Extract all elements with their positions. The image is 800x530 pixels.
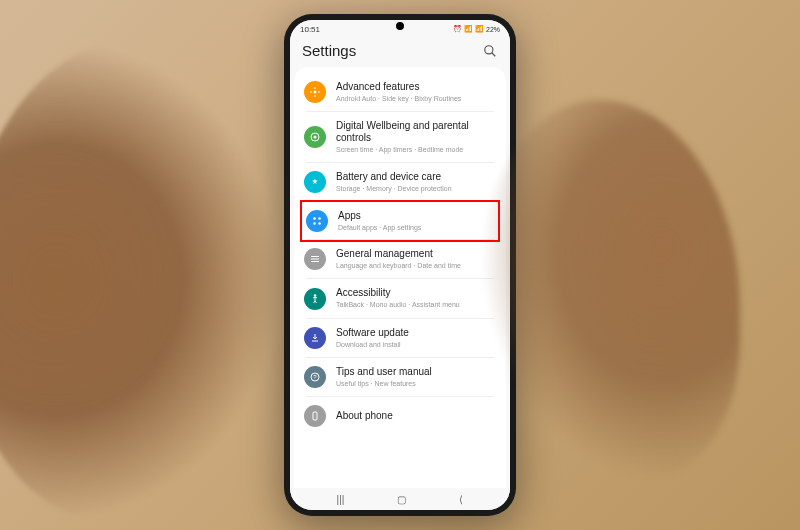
svg-point-5	[313, 217, 316, 220]
item-text: Apps Default apps · App settings	[338, 210, 494, 232]
item-subtitle: Download and install	[336, 340, 496, 349]
search-button[interactable]	[482, 43, 498, 59]
svg-line-1	[492, 52, 496, 56]
apps-icon	[306, 210, 328, 232]
settings-header: Settings	[290, 38, 510, 67]
svg-point-12	[314, 294, 317, 297]
item-text: General management Language and keyboard…	[336, 248, 496, 270]
page-title: Settings	[302, 42, 356, 59]
item-subtitle: Default apps · App settings	[338, 223, 494, 232]
svg-rect-11	[311, 261, 319, 262]
setting-item-digital-wellbeing[interactable]: Digital Wellbeing and parental controls …	[294, 112, 506, 162]
navigation-bar: ||| ▢ ⟨	[290, 488, 510, 510]
item-text: Advanced features Android Auto · Side ke…	[336, 81, 496, 103]
item-subtitle: Language and keyboard · Date and time	[336, 261, 496, 270]
svg-point-0	[485, 45, 493, 53]
item-title: General management	[336, 248, 496, 260]
hand-right	[480, 100, 740, 480]
advanced-features-icon	[304, 81, 326, 103]
settings-list[interactable]: Advanced features Android Auto · Side ke…	[294, 67, 506, 489]
svg-rect-9	[311, 256, 319, 257]
item-title: Tips and user manual	[336, 366, 496, 378]
item-text: Accessibility TalkBack · Mono audio · As…	[336, 287, 496, 309]
digital-wellbeing-icon	[304, 126, 326, 148]
setting-item-advanced-features[interactable]: Advanced features Android Auto · Side ke…	[294, 73, 506, 111]
about-phone-icon	[304, 405, 326, 427]
setting-item-about-phone[interactable]: About phone	[294, 397, 506, 435]
svg-rect-10	[311, 259, 319, 260]
item-title: Digital Wellbeing and parental controls	[336, 120, 496, 144]
item-title: Software update	[336, 327, 496, 339]
battery-level: 22%	[486, 26, 500, 33]
setting-item-battery[interactable]: Battery and device care Storage · Memory…	[294, 163, 506, 201]
nav-back-button[interactable]: ⟨	[459, 494, 463, 505]
search-icon	[483, 44, 497, 58]
phone-frame: 10:51 ⏰ 📶 📶 22% Settings Advanced featur…	[284, 14, 516, 516]
general-management-icon	[304, 248, 326, 270]
software-update-icon	[304, 327, 326, 349]
item-text: Software update Download and install	[336, 327, 496, 349]
item-text: Digital Wellbeing and parental controls …	[336, 120, 496, 154]
item-subtitle: Useful tips · New features	[336, 379, 496, 388]
status-time: 10:51	[300, 25, 320, 34]
item-subtitle: TalkBack · Mono audio · Assistant menu	[336, 300, 496, 309]
item-subtitle: Screen time · App timers · Bedtime mode	[336, 145, 496, 154]
item-title: About phone	[336, 410, 496, 422]
setting-item-accessibility[interactable]: Accessibility TalkBack · Mono audio · As…	[294, 279, 506, 317]
nav-recents-button[interactable]: |||	[337, 494, 345, 505]
item-text: Battery and device care Storage · Memory…	[336, 171, 496, 193]
item-text: Tips and user manual Useful tips · New f…	[336, 366, 496, 388]
item-text: About phone	[336, 410, 496, 422]
item-title: Battery and device care	[336, 171, 496, 183]
svg-point-7	[313, 222, 316, 225]
setting-item-software-update[interactable]: Software update Download and install	[294, 319, 506, 357]
svg-point-6	[318, 217, 321, 220]
item-subtitle: Android Auto · Side key · Bixby Routines	[336, 94, 496, 103]
svg-point-4	[314, 136, 317, 139]
item-subtitle: Storage · Memory · Device protection	[336, 184, 496, 193]
nav-home-button[interactable]: ▢	[397, 494, 406, 505]
item-title: Apps	[338, 210, 494, 222]
setting-item-tips[interactable]: ? Tips and user manual Useful tips · New…	[294, 358, 506, 396]
tips-icon: ?	[304, 366, 326, 388]
accessibility-icon	[304, 288, 326, 310]
svg-rect-15	[313, 412, 317, 420]
setting-item-general-management[interactable]: General management Language and keyboard…	[294, 240, 506, 278]
hand-left	[0, 40, 280, 520]
item-title: Advanced features	[336, 81, 496, 93]
svg-text:?: ?	[313, 374, 317, 380]
svg-point-8	[318, 222, 321, 225]
status-indicators: ⏰ 📶 📶 22%	[453, 25, 500, 33]
camera-cutout	[396, 22, 404, 30]
battery-icon	[304, 171, 326, 193]
screen: 10:51 ⏰ 📶 📶 22% Settings Advanced featur…	[290, 20, 510, 510]
setting-item-apps[interactable]: Apps Default apps · App settings	[300, 200, 500, 242]
item-title: Accessibility	[336, 287, 496, 299]
svg-point-2	[314, 91, 317, 94]
